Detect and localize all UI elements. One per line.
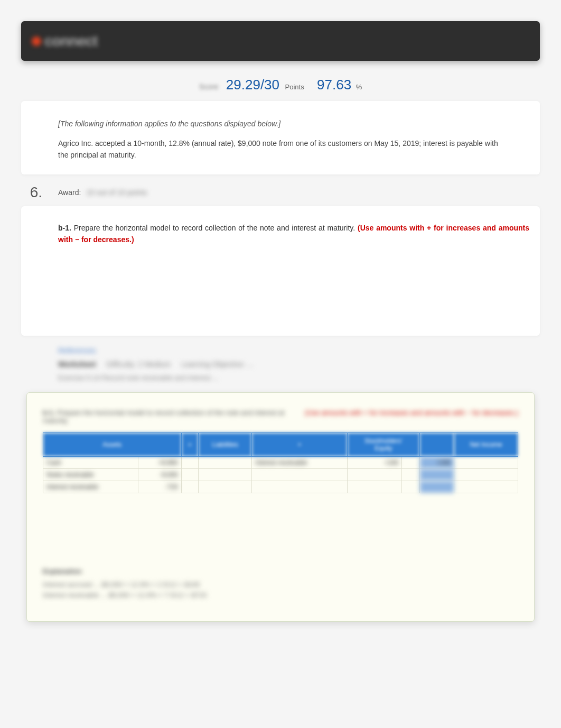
table-row: Notes receivable -9,000 — [43, 469, 518, 481]
points-label: Points — [285, 83, 304, 91]
explanation-title: Explanation — [43, 567, 518, 575]
col-plus: + — [252, 432, 347, 457]
question-header-row: 6. Award: 10 out of 10 points — [21, 184, 540, 201]
col-liabilities: Liabilities — [199, 432, 252, 457]
col-equity: Stockholders' Equity — [347, 432, 419, 457]
col-netincome: Net Income — [454, 432, 518, 457]
points-value: 29.29/30 — [226, 77, 279, 93]
score-summary: Score 29.29/30 Points 97.63 % — [21, 71, 540, 101]
score-label: Score — [199, 82, 219, 91]
table-header-row: Assets = Liabilities + Stockholders' Equ… — [43, 432, 518, 457]
answer-box: b-1. Prepare the horizontal model to rec… — [26, 392, 535, 622]
col-divider — [420, 432, 454, 457]
references-link[interactable]: References — [58, 346, 96, 355]
award: Award: 10 out of 10 points — [58, 184, 147, 201]
learning-objective: Learning Objective: ... — [181, 360, 253, 368]
question-part: b-1. — [58, 224, 71, 232]
col-assets: Assets — [43, 432, 182, 457]
explanation-block: Explanation Interest accrued ... $9,000 … — [43, 567, 518, 600]
scenario-note: [The following information applies to th… — [58, 119, 503, 128]
app-header: connect — [21, 21, 540, 61]
logo-text: connect — [44, 33, 97, 50]
question-panel: b-1. Prepare the horizontal model to rec… — [21, 206, 540, 336]
worksheet-label: Worksheet — [58, 360, 96, 368]
logo-icon — [32, 36, 41, 46]
question-number: 6. — [21, 184, 42, 201]
col-eq: = — [181, 432, 199, 457]
logo: connect — [32, 33, 97, 50]
difficulty-label: Difficulty: 2 Medium — [106, 360, 171, 368]
percent-value: 97.63 — [317, 77, 351, 93]
answer-part: b-1. — [43, 409, 55, 417]
explanation-line: Interest receivable ... $9,000 × 12.8% ×… — [43, 590, 518, 601]
work-area — [58, 246, 529, 320]
metadata-row-2: Worksheet Difficulty: 2 Medium Learning … — [21, 360, 540, 368]
answer-header: b-1. Prepare the horizontal model to rec… — [43, 409, 518, 425]
scenario-panel: [The following information applies to th… — [21, 101, 540, 174]
scenario-text: Agrico Inc. accepted a 10-month, 12.8% (… — [58, 137, 503, 161]
award-label: Award: — [58, 188, 81, 197]
answer-header-text: Prepare the horizontal model to record c… — [43, 409, 284, 425]
percent-symbol: % — [356, 83, 362, 91]
metadata-row: References — [21, 346, 540, 355]
metadata-subtitle: Exercise 5-14 Record note receivable and… — [21, 374, 540, 382]
horizontal-model-table: Assets = Liabilities + Stockholders' Equ… — [43, 432, 518, 494]
explanation-line: Interest accrued ... $9,000 × 12.8% × 2.… — [43, 579, 518, 590]
blank-space — [43, 493, 518, 557]
answer-header-hint: (Use amounts with + for increases and am… — [305, 409, 518, 425]
table-row: Cash +9,960 Interest receivable +240 +24… — [43, 457, 518, 469]
table-row: Interest receivable -720 — [43, 481, 518, 493]
question-text: b-1. Prepare the horizontal model to rec… — [58, 222, 529, 246]
question-body: Prepare the horizontal model to record c… — [74, 224, 355, 232]
award-value: 10 out of 10 points — [86, 188, 147, 197]
